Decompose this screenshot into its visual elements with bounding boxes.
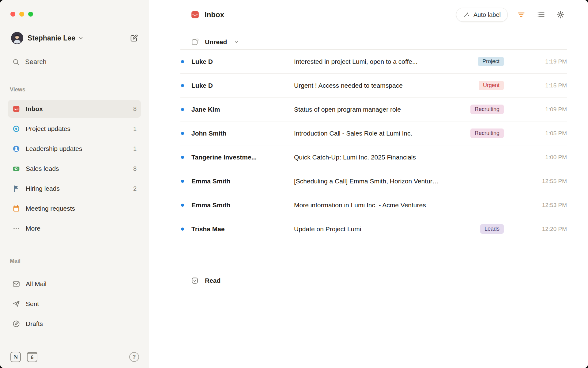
sidebar-item-label: All Mail — [26, 280, 47, 288]
label-chip-recruiting[interactable]: Recruiting — [470, 128, 504, 138]
person-icon — [12, 145, 20, 153]
email-row[interactable]: Luke DUrgent ! Access needed to teamspac… — [180, 74, 567, 98]
unread-dot-icon — [181, 84, 184, 87]
send-icon — [12, 300, 20, 308]
sidebar-item-inbox[interactable]: Inbox8 — [8, 100, 141, 118]
banknote-icon — [12, 165, 20, 173]
unread-dot-icon — [181, 228, 184, 231]
label-chip-recruiting[interactable]: Recruiting — [470, 105, 504, 114]
settings-gear-icon[interactable] — [556, 10, 565, 19]
email-row[interactable]: Emma SmithMore information in Lumi Inc. … — [180, 193, 567, 217]
inbox-icon — [190, 10, 200, 19]
email-sender: Luke D — [191, 82, 294, 89]
email-row[interactable]: Tangerine Investme...Quick Catch-Up: Lum… — [180, 145, 567, 169]
zoom-window-button[interactable] — [28, 12, 33, 17]
sidebar-item-project-updates[interactable]: Project updates1 — [8, 120, 141, 138]
chevron-down-icon — [78, 35, 84, 41]
sidebar-item-sales-leads[interactable]: Sales leads8 — [8, 160, 141, 178]
search-icon — [12, 58, 20, 66]
email-row[interactable]: Jane KimStatus of open program manager r… — [180, 98, 567, 121]
list-view-icon[interactable] — [537, 10, 545, 19]
sidebar-item-label: Meeting requests — [26, 205, 75, 212]
mail-icon — [12, 280, 20, 288]
sidebar-item-drafts[interactable]: Drafts — [8, 315, 141, 333]
unread-count: 1 — [133, 145, 137, 152]
label-chip-project[interactable]: Project — [478, 57, 504, 66]
email-time: 1:15 PM — [521, 82, 567, 89]
sidebar-item-leadership-updates[interactable]: Leadership updates1 — [8, 140, 141, 158]
email-tag-slot: Recruiting — [449, 105, 504, 114]
calendar-app-icon[interactable]: 6 — [27, 352, 37, 362]
sidebar-item-label: Leadership updates — [26, 145, 82, 152]
sidebar-item-label: Project updates — [26, 125, 70, 132]
close-window-button[interactable] — [10, 12, 15, 17]
notion-logo-icon[interactable]: N — [10, 352, 21, 362]
email-sender: Jane Kim — [191, 106, 294, 113]
sidebar-item-meeting-requests[interactable]: Meeting requests — [8, 200, 141, 217]
mail-section-label: Mail — [8, 258, 141, 265]
sidebar-item-label: Inbox — [26, 105, 43, 113]
read-group-label: Read — [205, 277, 221, 284]
read-group-header[interactable]: Read — [191, 273, 588, 288]
ellipsis-icon — [12, 224, 20, 232]
email-row[interactable]: Trisha MaeUpdate on Project LumiLeads12:… — [180, 217, 567, 241]
sidebar-item-sent[interactable]: Sent — [8, 295, 141, 313]
unread-dot-icon — [181, 108, 184, 111]
label-chip-urgent[interactable]: Urgent — [479, 81, 504, 90]
unread-count: 1 — [133, 125, 137, 132]
sidebar-item-all-mail[interactable]: All Mail — [8, 275, 141, 293]
unread-count: 8 — [133, 105, 137, 113]
email-subject: Interested in project Lumi, open to a co… — [294, 58, 449, 65]
header-icons — [517, 10, 565, 19]
sidebar-item-more[interactable]: More — [8, 220, 141, 237]
unread-count: 2 — [133, 185, 137, 192]
email-tag-slot: Project — [449, 57, 504, 66]
help-button[interactable]: ? — [129, 352, 139, 362]
account-switcher[interactable]: Stephanie Lee — [8, 31, 141, 45]
unread-dot-icon — [181, 60, 184, 63]
divider — [180, 290, 567, 290]
email-row[interactable]: Luke DInterested in project Lumi, open t… — [180, 50, 567, 74]
sidebar-item-hiring-leads[interactable]: Hiring leads2 — [8, 180, 141, 197]
email-time: 12:20 PM — [521, 226, 567, 232]
checkbox-checked-icon — [191, 277, 199, 285]
main-panel: Inbox Auto label — [149, 0, 588, 368]
email-subject: Introduction Call - Sales Role at Lumi I… — [294, 130, 449, 137]
email-subject: Update on Project Lumi — [294, 225, 449, 233]
compose-button[interactable] — [130, 34, 138, 43]
email-time: 1:00 PM — [521, 154, 567, 161]
target-icon — [12, 125, 20, 133]
draft-icon — [12, 320, 20, 328]
unread-group-header[interactable]: Unread — [191, 35, 588, 49]
email-time: 1:05 PM — [521, 130, 567, 137]
email-time: 1:09 PM — [521, 106, 567, 113]
label-chip-leads[interactable]: Leads — [480, 224, 504, 234]
email-row[interactable]: John SmithIntroduction Call - Sales Role… — [180, 121, 567, 145]
app-window: Stephanie Lee Search Views Inbox8Project… — [0, 0, 588, 368]
email-time: 12:53 PM — [521, 202, 567, 209]
flag-icon — [12, 185, 20, 193]
sidebar-mail-list: All MailSentDrafts — [8, 275, 141, 335]
email-subject: Status of open program manager role — [294, 106, 449, 113]
auto-label-button[interactable]: Auto label — [456, 8, 508, 22]
email-subject: More information in Lumi Inc. - Acme Ven… — [294, 201, 449, 209]
page-title: Inbox — [205, 10, 224, 19]
email-time: 1:19 PM — [521, 58, 567, 65]
unread-count: 8 — [133, 165, 137, 172]
sidebar-item-label: Hiring leads — [26, 185, 60, 192]
sidebar: Stephanie Lee Search Views Inbox8Project… — [0, 0, 149, 368]
inbox-icon — [12, 105, 20, 113]
filter-icon[interactable] — [517, 10, 526, 19]
email-subject: Urgent ! Access needed to teamspace — [294, 82, 449, 89]
unread-dot-icon — [181, 156, 184, 159]
sidebar-item-label: Sales leads — [26, 165, 59, 172]
chevron-down-icon — [234, 39, 239, 45]
sidebar-views-list: Inbox8Project updates1Leadership updates… — [8, 100, 141, 240]
email-row[interactable]: Emma Smith[Scheduling a Call] Emma Smith… — [180, 169, 567, 193]
search-button[interactable]: Search — [8, 56, 141, 68]
email-tag-slot: Urgent — [449, 81, 504, 90]
header-controls: Auto label — [456, 8, 565, 22]
minimize-window-button[interactable] — [19, 12, 24, 17]
email-subject: [Scheduling a Call] Emma Smith, Horizon … — [294, 178, 449, 185]
email-tag-slot: Recruiting — [449, 128, 504, 138]
